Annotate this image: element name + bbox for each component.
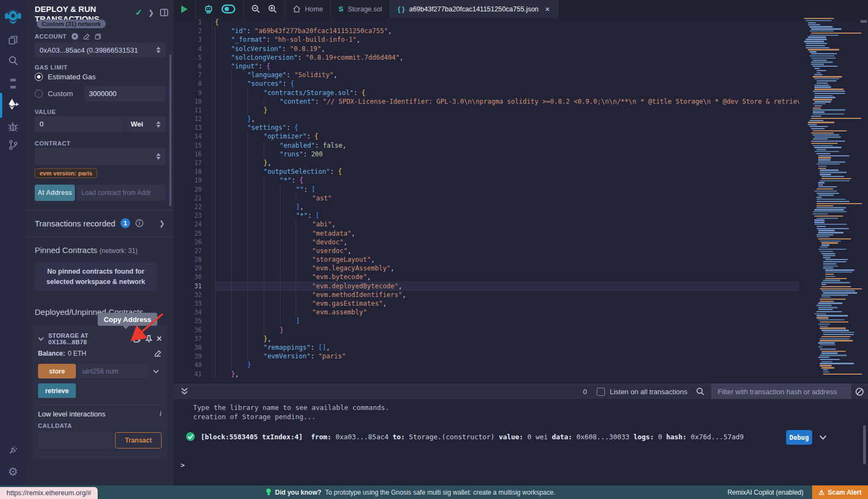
value-unit-select[interactable]: Wei [126,116,165,132]
code-line[interactable]: "evmVersion": "paris" [215,352,799,361]
code-line[interactable]: "ast" [215,194,799,203]
code-line[interactable]: "*": [ [215,211,799,220]
remix-logo-icon[interactable] [0,5,26,27]
git-icon[interactable] [0,136,26,154]
ai-assistant-icon[interactable] [203,4,214,14]
code-line[interactable]: "language": "Solidity", [215,71,799,79]
code-line[interactable]: }, [215,334,799,343]
debugger-icon[interactable] [0,117,26,136]
code-line[interactable]: "optimizer": { [215,132,799,141]
code-line[interactable]: "runs": 200 [215,150,799,159]
code-line[interactable]: "abi", [215,220,799,229]
custom-gas-input[interactable]: 3000000 [84,86,165,102]
close-tab-icon[interactable]: × [545,4,550,14]
panel-pin-view-icon[interactable] [160,9,168,16]
estimated-gas-radio[interactable] [35,73,43,81]
add-account-icon[interactable] [71,33,79,40]
code-line[interactable]: "outputSelection": { [215,167,799,176]
info-icon[interactable] [135,219,144,228]
copilot-toggle[interactable] [221,4,235,14]
code-line[interactable]: "storageLayout", [215,255,799,264]
code-line[interactable]: "evm.assembly" [215,308,799,317]
code-line[interactable]: ], [215,203,799,211]
code-line[interactable]: "contracts/Storage.sol": { [215,89,799,97]
tx-recorded-expand-icon[interactable]: ❯ [159,219,165,228]
contract-select[interactable] [35,148,165,165]
file-explorer-icon[interactable] [0,31,26,49]
code-editor[interactable]: 1234567891011121314151617181920212223242… [174,18,868,383]
transact-button[interactable]: Transact [115,432,162,449]
sign-message-icon[interactable] [83,33,90,40]
edit-balance-icon[interactable] [154,350,162,357]
transaction-log[interactable]: [block:5583405 txIndex:4] from: 0xa03...… [201,433,744,441]
custom-gas-radio[interactable] [35,90,43,98]
tab-build-info-json[interactable]: { } a69b43f277ba20fcac141151250ca755.jso… [390,0,558,18]
code-line[interactable]: "input": { [215,62,799,71]
terminal-scrollbar[interactable] [863,425,866,464]
expand-store-icon[interactable] [153,369,159,374]
copilot-status[interactable]: RemixAI Copilot (enabled) [727,489,803,496]
calldata-input[interactable] [38,432,113,449]
lowlevel-info-icon[interactable]: i [159,409,162,418]
zoom-out-icon[interactable] [251,4,260,14]
terminal-filter-input[interactable]: Filter with transaction hash or address [711,383,851,400]
code-line[interactable]: } [215,326,799,334]
tab-storage-sol[interactable]: S Storage.sol [331,0,390,18]
terminal-collapse-icon[interactable] [181,387,188,396]
debug-button[interactable]: Debug [786,430,812,445]
code-line[interactable]: "solcVersion": "0.8.19", [215,45,799,53]
copy-account-icon[interactable] [94,33,101,40]
retrieve-button[interactable]: retrieve [38,383,76,398]
collapse-instance-icon[interactable] [38,337,44,341]
editor-scrollbar-thumb[interactable] [860,20,867,23]
code-line[interactable]: }, [215,115,799,123]
run-script-icon[interactable] [181,5,188,13]
panel-scrollbar[interactable] [169,54,171,206]
code-line[interactable]: "remappings": [], [215,343,799,352]
deploy-run-icon[interactable] [0,95,26,113]
code-line[interactable]: "_format": "hh-sol-build-info-1", [215,35,799,44]
code-line[interactable]: "id": "a69b43f277ba20fcac141151250ca755"… [215,27,799,35]
code-line[interactable]: } [215,106,799,115]
search-icon[interactable] [0,52,26,70]
code-line[interactable]: }, [215,159,799,167]
scam-alert-button[interactable]: ⚠ Scam Alert [812,485,868,499]
terminal-prompt[interactable]: > [181,461,185,469]
code-line[interactable]: "solcLongVersion": "0.8.19+commit.7dd6d4… [215,53,799,62]
code-line[interactable]: "devdoc", [215,238,799,247]
code-line[interactable]: "evm.methodIdentifiers", [215,290,799,299]
code-line[interactable]: "sources": { [215,79,799,88]
code-line[interactable]: "": [ [215,185,799,194]
value-input[interactable]: 0 [35,116,125,132]
code-line[interactable]: "evm.gasEstimates", [215,299,799,308]
account-select[interactable]: 0xA03...85ac4 (0.39866531531 [35,42,165,58]
settings-gear-icon[interactable]: ⚙ [0,463,26,481]
code-line[interactable]: "evm.deployedBytecode", [215,282,799,290]
tx-expand-icon[interactable] [819,435,827,440]
code-line[interactable]: "*": { [215,176,799,185]
store-arg-input[interactable]: uint256 num [78,364,148,378]
code-line[interactable]: "evm.legacyAssembly", [215,264,799,273]
code-line[interactable]: "settings": { [215,123,799,132]
store-button[interactable]: store [38,364,76,378]
code-line[interactable]: "userdoc", [215,247,799,255]
code-line[interactable]: ] [215,317,799,325]
panel-expand-icon[interactable]: ❯ [148,9,154,17]
code-line[interactable]: "content": "// SPDX-License-Identifier: … [215,97,799,106]
clear-console-icon[interactable] [855,387,864,396]
terminal[interactable]: Type the library name to see available c… [174,399,868,485]
code-line[interactable]: { [215,18,799,27]
code-line[interactable]: "evm.bytecode", [215,273,799,281]
code-line[interactable]: "enabled": false, [215,141,799,150]
plugin-manager-icon[interactable] [0,441,26,459]
at-address-input[interactable]: Load contract from Addr [76,185,165,201]
editor-minimap[interactable] [799,18,863,383]
at-address-button[interactable]: At Address [35,185,75,201]
code-line[interactable]: "metadata", [215,229,799,238]
code-line[interactable]: } [215,361,799,369]
listen-all-checkbox[interactable] [597,388,605,396]
code-line[interactable]: }, [215,370,799,378]
tab-home[interactable]: Home [285,0,331,18]
solidity-compiler-icon[interactable] [0,74,26,93]
zoom-in-icon[interactable] [268,4,277,14]
